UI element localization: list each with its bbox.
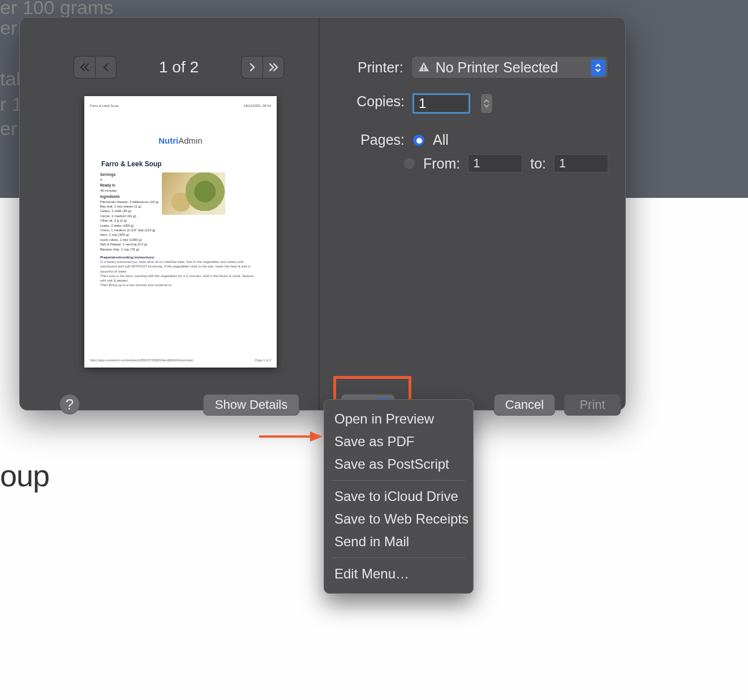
print-preview-page: Farro & Leek Soup 18/12/2022, 08:24 Nutr…: [84, 96, 277, 368]
preview-header-title: Farro & Leek Soup: [90, 104, 118, 107]
printer-label: Printer:: [325, 59, 403, 76]
print-dialog: 1 of 2 Farro & Leek Soup 18/12/2022, 08:…: [19, 17, 626, 411]
copies-label: Copies:: [325, 93, 405, 110]
pages-to-label: to:: [530, 155, 546, 172]
dialog-divider: [319, 18, 320, 410]
help-button[interactable]: ?: [59, 394, 80, 414]
chevron-up-icon: [484, 99, 489, 103]
preview-meta-text: Servings 4 Ready in 45 minutes Ingredien…: [100, 171, 158, 252]
printer-row: Printer: No Printer Selected: [325, 56, 608, 79]
last-page-button[interactable]: [263, 56, 284, 79]
pages-label: Pages:: [325, 132, 405, 148]
pages-to-input[interactable]: [554, 154, 608, 172]
menu-save-to-icloud[interactable]: Save to iCloud Drive: [324, 485, 473, 508]
pages-row-range: From: to:: [325, 154, 608, 172]
preview-instructions: Preparation/cooking instructions In a he…: [100, 255, 261, 288]
next-page-button[interactable]: [241, 56, 263, 79]
menu-separator: [332, 558, 465, 558]
menu-send-in-mail[interactable]: Send in Mail: [324, 530, 473, 553]
bg-text-fragment: er 100 grams: [0, 0, 113, 19]
bg-text-fragment: tal: [0, 68, 20, 90]
print-button[interactable]: Print: [564, 394, 621, 416]
svg-rect-1: [423, 70, 424, 71]
svg-rect-0: [423, 65, 424, 68]
menu-save-as-pdf[interactable]: Save as PDF: [324, 430, 473, 453]
preview-header-date: 18/12/2022, 08:24: [244, 104, 271, 107]
pages-row-all: Pages: All: [325, 132, 608, 148]
menu-open-in-preview[interactable]: Open in Preview: [324, 408, 473, 430]
menu-save-to-web-receipts[interactable]: Save to Web Receipts: [324, 508, 473, 530]
preview-logo: NutriAdmin: [90, 136, 271, 145]
prev-page-button[interactable]: [95, 56, 117, 79]
warning-icon: [418, 61, 430, 74]
cancel-button[interactable]: Cancel: [494, 394, 555, 416]
show-details-button[interactable]: Show Details: [203, 394, 299, 416]
page-title-fragment: oup: [0, 458, 49, 493]
page-indicator: 1 of 2: [159, 58, 199, 76]
updown-arrows-icon: [591, 59, 605, 76]
menu-save-as-postscript[interactable]: Save as PostScript: [324, 453, 473, 476]
pages-range-radio[interactable]: [403, 157, 415, 170]
page-navigation: 1 of 2: [74, 56, 284, 79]
pages-all-radio[interactable]: [412, 134, 425, 146]
first-page-button[interactable]: [74, 56, 95, 79]
pages-from-label: From:: [423, 155, 460, 172]
preview-recipe-title: Farro & Leek Soup: [101, 160, 271, 168]
printer-value: No Printer Selected: [436, 59, 558, 76]
pages-from-input[interactable]: [468, 154, 522, 172]
printer-select[interactable]: No Printer Selected: [411, 56, 608, 79]
menu-edit-menu[interactable]: Edit Menu…: [324, 563, 473, 585]
menu-separator: [332, 480, 465, 481]
copies-stepper[interactable]: [480, 93, 493, 114]
pdf-dropdown-menu: Open in Preview Save as PDF Save as Post…: [324, 399, 474, 594]
chevron-down-icon: [484, 103, 489, 108]
preview-recipe-image: [162, 172, 225, 215]
preview-footer-url: https://app.nutriadmin.com/recipes/63591…: [90, 358, 193, 362]
logo-part-b: Admin: [178, 136, 203, 145]
copies-input[interactable]: [412, 93, 470, 114]
logo-part-a: Nutri: [158, 136, 178, 145]
copies-row: Copies:: [325, 93, 608, 114]
preview-footer-page: Page 1 of 2: [255, 358, 271, 362]
help-icon: ?: [66, 396, 74, 413]
pages-all-label: All: [433, 132, 449, 148]
